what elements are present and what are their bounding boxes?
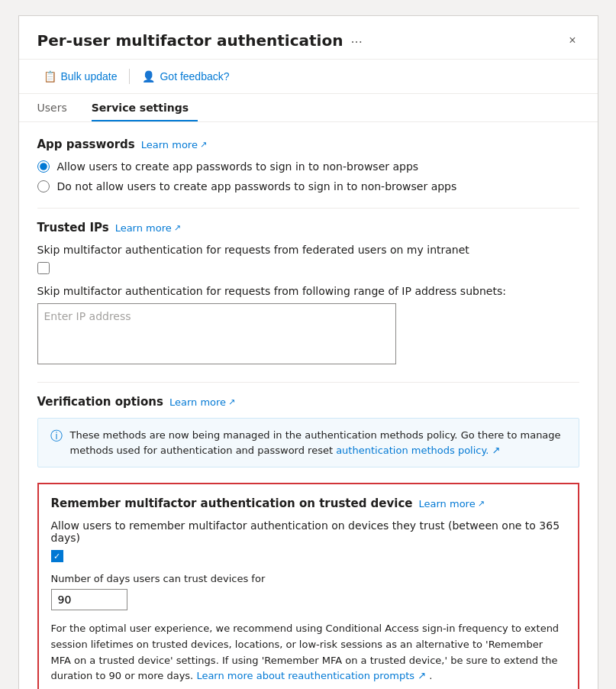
remember-mfa-external-icon: ↗ bbox=[478, 499, 485, 509]
allow-remember-checkbox[interactable]: ✓ bbox=[51, 550, 63, 562]
app-passwords-title: App passwords Learn more ↗ bbox=[37, 137, 579, 151]
tabs: Users Service settings bbox=[19, 94, 598, 122]
ip-range-label: Skip multifactor authentication for requ… bbox=[37, 285, 579, 297]
auth-methods-external-icon: ↗ bbox=[492, 445, 501, 456]
verification-learn-more[interactable]: Learn more ↗ bbox=[169, 396, 235, 408]
app-passwords-external-icon: ↗ bbox=[200, 140, 207, 150]
allow-app-passwords-label: Allow users to create app passwords to s… bbox=[57, 160, 419, 173]
feedback-label: Got feedback? bbox=[160, 70, 229, 82]
federated-checkbox-option[interactable] bbox=[37, 262, 579, 274]
panel: Per-user multifactor authentication ··· … bbox=[18, 15, 598, 689]
trusted-ips-title: Trusted IPs Learn more ↗ bbox=[37, 221, 579, 235]
verification-external-icon: ↗ bbox=[228, 397, 235, 407]
verification-info-box: ⓘ These methods are now being managed in… bbox=[37, 418, 579, 467]
app-passwords-learn-more[interactable]: Learn more ↗ bbox=[141, 139, 207, 150]
app-passwords-section: App passwords Learn more ↗ Allow users t… bbox=[37, 137, 579, 192]
close-button[interactable]: × bbox=[566, 31, 579, 50]
panel-header: Per-user multifactor authentication ··· … bbox=[19, 16, 598, 60]
reauth-prompts-link[interactable]: Learn more about reauthentication prompt… bbox=[196, 670, 429, 681]
trusted-ips-learn-more[interactable]: Learn more ↗ bbox=[115, 222, 181, 234]
panel-title-area: Per-user multifactor authentication ··· bbox=[37, 31, 363, 50]
allow-remember-label: Allow users to remember multifactor auth… bbox=[51, 519, 566, 544]
verification-info-text: These methods are now being managed in t… bbox=[70, 428, 566, 458]
bulk-update-button[interactable]: 📋 Bulk update bbox=[37, 66, 124, 87]
content: App passwords Learn more ↗ Allow users t… bbox=[19, 122, 598, 689]
disallow-app-passwords-label: Do not allow users to create app passwor… bbox=[57, 180, 457, 192]
allow-app-passwords-option[interactable]: Allow users to create app passwords to s… bbox=[37, 160, 579, 173]
bulk-update-icon: 📋 bbox=[44, 70, 56, 82]
verification-options-section: Verification options Learn more ↗ ⓘ Thes… bbox=[37, 395, 579, 467]
info-icon: ⓘ bbox=[50, 429, 63, 445]
verification-options-title: Verification options Learn more ↗ bbox=[37, 395, 579, 409]
remember-mfa-learn-more[interactable]: Learn more ↗ bbox=[419, 498, 485, 509]
feedback-icon: 👤 bbox=[142, 70, 155, 82]
toolbar: 📋 Bulk update 👤 Got feedback? bbox=[19, 60, 598, 94]
federated-label: Skip multifactor authentication for requ… bbox=[37, 244, 579, 256]
days-input[interactable] bbox=[51, 589, 127, 610]
disallow-app-passwords-radio[interactable] bbox=[37, 180, 50, 192]
tab-service-settings[interactable]: Service settings bbox=[92, 94, 198, 121]
tab-users[interactable]: Users bbox=[37, 94, 76, 121]
panel-title: Per-user multifactor authentication bbox=[37, 31, 343, 50]
toolbar-divider bbox=[129, 69, 130, 84]
trusted-ips-external-icon: ↗ bbox=[174, 223, 181, 233]
ip-address-input[interactable] bbox=[37, 303, 396, 364]
panel-menu-icon[interactable]: ··· bbox=[350, 35, 362, 50]
allow-app-passwords-radio[interactable] bbox=[37, 160, 50, 173]
reauth-external-icon: ↗ bbox=[418, 670, 426, 681]
trusted-ips-section: Trusted IPs Learn more ↗ Skip multifacto… bbox=[37, 221, 579, 367]
remember-mfa-body-text: For the optimal user experience, we reco… bbox=[51, 621, 566, 684]
feedback-button[interactable]: 👤 Got feedback? bbox=[136, 66, 235, 87]
bulk-update-label: Bulk update bbox=[61, 70, 118, 82]
federated-checkbox[interactable] bbox=[37, 262, 50, 274]
remember-mfa-section: Remember multifactor authentication on t… bbox=[37, 483, 579, 689]
check-icon: ✓ bbox=[53, 552, 60, 561]
divider-2 bbox=[37, 382, 579, 383]
divider-1 bbox=[37, 208, 579, 209]
app-passwords-radio-group: Allow users to create app passwords to s… bbox=[37, 160, 579, 192]
days-label: Number of days users can trust devices f… bbox=[51, 573, 566, 584]
remember-mfa-title: Remember multifactor authentication on t… bbox=[51, 497, 566, 510]
allow-remember-checkbox-option[interactable]: ✓ bbox=[51, 550, 566, 562]
disallow-app-passwords-option[interactable]: Do not allow users to create app passwor… bbox=[37, 180, 579, 192]
auth-methods-link[interactable]: authentication methods policy. ↗ bbox=[336, 445, 500, 456]
